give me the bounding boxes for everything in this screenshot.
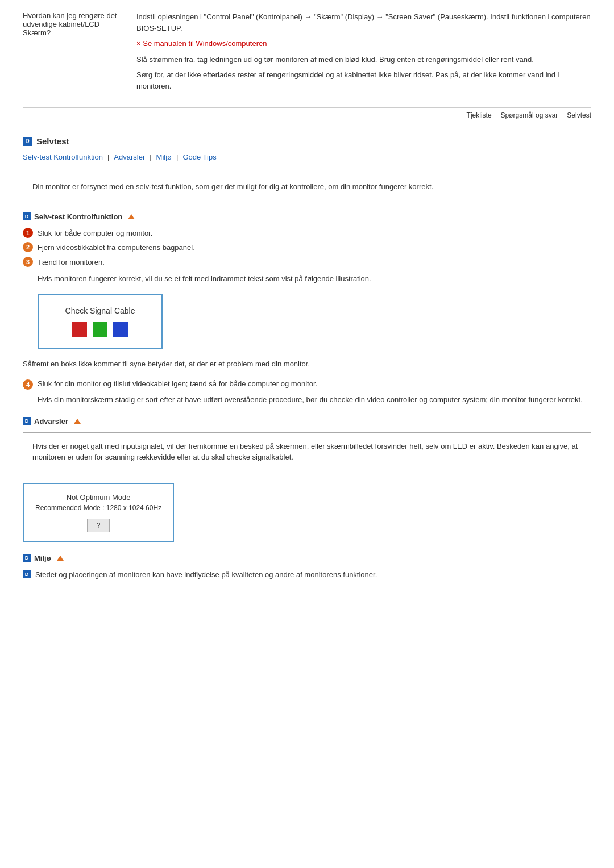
ok-button[interactable]: ?	[87, 519, 110, 532]
selvtest-d-icon: D	[23, 137, 32, 146]
miljo-label: Miljø	[34, 554, 51, 562]
signal-box-title: Check Signal Cable	[56, 306, 144, 315]
cleaning-question: Hvordan kan jeg rengøre det udvendige ka…	[23, 11, 117, 37]
top-section: Hvordan kan jeg rengøre det udvendige ka…	[23, 11, 591, 96]
top-left-label: Hvordan kan jeg rengøre det udvendige ka…	[23, 11, 136, 96]
color-blue	[113, 322, 128, 337]
advarsler-triangle-icon	[74, 419, 81, 424]
step2-num: 2	[23, 242, 33, 252]
signal-box: Check Signal Cable	[38, 294, 163, 349]
miljo-title: D Miljø	[23, 554, 591, 562]
sep1: |	[107, 153, 109, 161]
subnav-selvtest-kontrolfunktion[interactable]: Selv-test Kontrolfunktion	[23, 153, 103, 161]
step-1: 1 Sluk for både computer og monitor.	[23, 228, 591, 239]
miljo-section: D Miljø D Stedet og placeringen af monit…	[23, 554, 591, 581]
windows-manual-link[interactable]: Se manualen til Windows/computeren	[136, 39, 267, 48]
signal-colors	[56, 322, 144, 337]
steps-list: 1 Sluk for både computer og monitor. 2 F…	[23, 228, 591, 268]
top-right-content: Indstil opløsningen i "Control Panel" (K…	[136, 11, 591, 96]
color-green	[93, 322, 107, 337]
step4-text: Sluk for din monitor og tilslut videokab…	[38, 378, 317, 390]
tab-spoergsmaal[interactable]: Spørgsmål og svar	[501, 111, 558, 119]
tab-selvtest[interactable]: Selvtest	[567, 111, 591, 119]
kontrolfunktion-d-icon: D	[23, 212, 31, 220]
selvtest-subnav: Selv-test Kontrolfunktion | Advarsler | …	[23, 153, 591, 161]
not-optimum-box: Not Optimum Mode Recommended Mode : 1280…	[23, 483, 174, 542]
step1-num: 1	[23, 228, 33, 238]
miljo-d-icon: D	[23, 554, 31, 562]
step2-text: Fjern videostikkablet fra computerens ba…	[38, 242, 195, 253]
miljo-item-text: Stedet og placeringen af monitoren kan h…	[35, 569, 377, 581]
nav-tabs: Tjekliste Spørgsmål og svar Selvtest	[23, 107, 591, 119]
not-optimum-mode-title: Not Optimum Mode	[35, 493, 161, 502]
sep3: |	[176, 153, 178, 161]
selvtest-section-title: D Selvtest	[23, 136, 591, 146]
step4-list: 4 Sluk for din monitor og tilslut videok…	[23, 378, 591, 390]
info-box-text: Din monitor er forsynet med en selv-test…	[32, 182, 433, 191]
subnav-miljo[interactable]: Miljø	[156, 153, 172, 161]
step-2: 2 Fjern videostikkablet fra computerens …	[23, 242, 591, 253]
step-4: 4 Sluk for din monitor og tilslut videok…	[23, 378, 591, 390]
color-red	[72, 322, 87, 337]
step-3: 3 Tænd for monitoren.	[23, 257, 591, 268]
control-panel-instruction: Indstil opløsningen i "Control Panel" (K…	[136, 11, 591, 34]
miljo-list: D Stedet og placeringen af monitoren kan…	[23, 569, 591, 581]
advarsler-info-box: Hvis der er noget galt med inputsignalet…	[23, 432, 591, 471]
not-optimum-box-wrapper: Not Optimum Mode Recommended Mode : 1280…	[23, 483, 591, 542]
miljo-bullet: D	[23, 570, 31, 578]
advarsler-d-icon: D	[23, 417, 31, 425]
tab-tjekliste[interactable]: Tjekliste	[467, 111, 492, 119]
cleaning-instruction1: Slå strømmen fra, tag ledningen ud og tø…	[136, 54, 591, 65]
advarsler-text: Hvis der er noget galt med inputsignalet…	[32, 442, 578, 462]
advarsler-section: D Advarsler Hvis der er noget galt med i…	[23, 417, 591, 542]
selv-test-kontrolfunktion-title: D Selv-test Kontrolfunktion	[23, 212, 591, 221]
step1-text: Sluk for både computer og monitor.	[38, 228, 152, 239]
step3-text: Tænd for monitoren.	[38, 257, 105, 268]
kontrolfunktion-triangle-icon	[128, 214, 135, 219]
selvtest-title: Selvtest	[36, 136, 69, 146]
step4-description: Hvis din monitorskærm stadig er sort eft…	[38, 394, 591, 406]
recommended-mode: Recommended Mode : 1280 x 1024 60Hz	[35, 504, 161, 512]
sep2: |	[150, 153, 151, 161]
step3-after-text: Såfremt en boks ikke kommer til syne bet…	[23, 358, 591, 370]
step3-description: Hvis monitoren fungerer korrekt, vil du …	[38, 273, 591, 285]
subnav-gode-tips[interactable]: Gode Tips	[182, 153, 216, 161]
info-box: Din monitor er forsynet med en selv-test…	[23, 173, 591, 201]
subnav-advarsler[interactable]: Advarsler	[114, 153, 145, 161]
miljo-item-1: D Stedet og placeringen af monitoren kan…	[23, 569, 591, 581]
miljo-triangle-icon	[57, 556, 64, 561]
advarsler-title: D Advarsler	[23, 417, 591, 425]
signal-box-wrapper: Check Signal Cable	[38, 294, 591, 349]
kontrolfunktion-label: Selv-test Kontrolfunktion	[34, 212, 122, 221]
step4-num: 4	[23, 379, 33, 390]
advarsler-label: Advarsler	[34, 417, 68, 425]
step3-num: 3	[23, 257, 33, 267]
cleaning-instruction2: Sørg for, at der ikke efterlades rester …	[136, 69, 591, 91]
